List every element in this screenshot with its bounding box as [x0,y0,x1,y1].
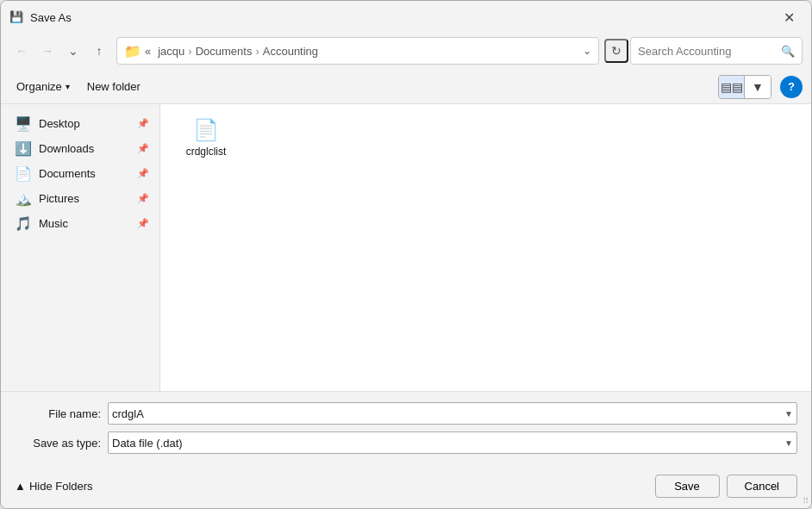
up-button[interactable]: ↑ [87,39,111,63]
file-name-crdglclist: crdglclist [186,146,227,158]
filename-row: File name: ▼ [15,402,797,425]
app-icon: 💾 [9,10,23,24]
toolbar: Organize ▾ New folder ▤▤ ▼ ? [1,70,811,104]
sidebar-item-label-music: Music [39,217,68,230]
recent-locations-button[interactable]: ⌄ [61,39,85,63]
back-button[interactable]: ← [9,39,34,63]
sidebar-item-label-desktop: Desktop [39,117,80,130]
pin-icon-desktop: 📌 [137,118,149,129]
sidebar-item-music[interactable]: 🎵 Music 📌 [1,211,159,236]
navbar: ← → ⌄ ↑ 📁 « jacqu › Documents › Accounti… [1,32,811,70]
titlebar: 💾 Save As ✕ [1,1,811,32]
filetype-dropdown-icon[interactable]: ▼ [784,438,793,448]
downloads-icon: ⬇️ [15,140,32,157]
filetype-input[interactable] [112,437,784,450]
filetype-row: Save as type: ▼ [15,431,797,454]
help-button[interactable]: ? [780,76,803,98]
sidebar-item-documents[interactable]: 📄 Documents 📌 [1,161,159,186]
pictures-icon: 🏔️ [15,190,32,207]
bottom-bar: ▲ Hide Folders Save Cancel [1,468,811,508]
dialog-title: Save As [30,11,72,24]
view-options-button[interactable]: ▼ [745,76,771,98]
filename-label: File name: [15,407,101,420]
view-options-icon: ▼ [752,80,764,94]
pin-icon-downloads: 📌 [137,143,149,154]
sidebar-item-downloads[interactable]: ⬇️ Downloads 📌 [1,136,159,161]
hide-folders-chevron-icon: ▲ [15,480,26,493]
sidebar-item-label-pictures: Pictures [39,192,79,205]
breadcrumb-prefix: « [145,45,151,58]
file-icon-crdglclist: 📄 [193,118,219,142]
organize-chevron-icon: ▾ [66,82,70,91]
sidebar-item-label-downloads: Downloads [39,142,94,155]
search-icon: 🔍 [781,45,795,58]
address-folder-icon: 📁 [124,43,141,59]
search-input[interactable] [638,45,778,58]
sidebar: 🖥️ Desktop 📌 ⬇️ Downloads 📌 📄 Docume [1,104,160,391]
breadcrumb-part-1: jacqu [158,45,184,58]
view-list-icon: ▤▤ [721,80,743,94]
close-button[interactable]: ✕ [777,5,801,29]
sidebar-item-pictures[interactable]: 🏔️ Pictures 📌 [1,186,159,211]
forward-button[interactable]: → [35,39,59,63]
music-icon: 🎵 [15,215,32,232]
save-button[interactable]: Save [655,475,720,498]
filename-input-wrapper[interactable]: ▼ [108,402,797,425]
pin-icon-pictures: 📌 [137,193,149,204]
breadcrumb-part-3: Accounting [263,45,318,58]
filetype-label: Save as type: [15,437,101,450]
breadcrumb-part-2: Documents [196,45,253,58]
filename-dropdown-icon[interactable]: ▼ [784,409,793,419]
cancel-button[interactable]: Cancel [727,475,797,498]
resize-handle[interactable]: ⠿ [803,496,809,506]
filetype-input-wrapper[interactable]: ▼ [108,431,797,454]
address-dropdown-icon[interactable]: ⌄ [583,45,591,57]
file-list: 📄 crdglclist [160,104,811,391]
search-box[interactable]: 🔍 [630,37,803,65]
view-list-button[interactable]: ▤▤ [719,76,745,98]
desktop-icon: 🖥️ [15,115,32,132]
view-toggle-group: ▤▤ ▼ [718,75,771,99]
main-area: 🖥️ Desktop 📌 ⬇️ Downloads 📌 📄 Docume [1,104,811,391]
documents-icon: 📄 [15,165,32,182]
pin-icon-documents: 📌 [137,168,149,179]
hide-folders-label: Hide Folders [29,480,93,493]
organize-button[interactable]: Organize ▾ [9,77,77,96]
address-bar[interactable]: 📁 « jacqu › Documents › Accounting ⌄ [116,37,599,65]
pin-icon-music: 📌 [137,218,149,229]
breadcrumb: « jacqu › Documents › Accounting [145,45,579,58]
form-area: File name: ▼ Save as type: ▼ [1,391,811,468]
sidebar-item-label-documents: Documents [39,167,96,180]
file-item-crdglclist[interactable]: 📄 crdglclist [167,111,245,164]
hide-folders-button[interactable]: ▲ Hide Folders [15,480,93,493]
filename-input[interactable] [112,407,784,420]
refresh-button[interactable]: ↻ [604,39,628,63]
new-folder-button[interactable]: New folder [80,77,147,96]
action-buttons: Save Cancel [655,475,797,498]
sidebar-item-desktop[interactable]: 🖥️ Desktop 📌 [1,111,159,136]
